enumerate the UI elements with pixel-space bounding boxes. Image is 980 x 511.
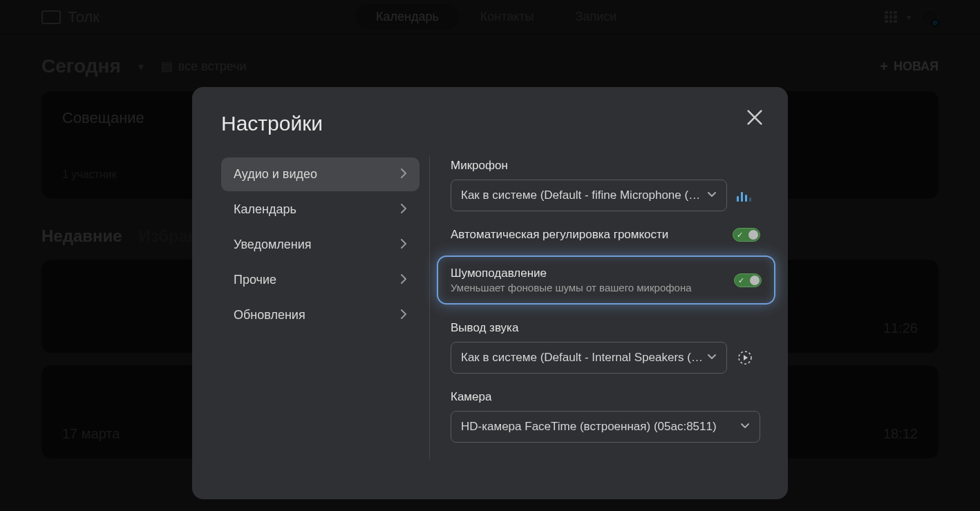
- toggle-knob: [750, 276, 760, 285]
- agc-label: Автоматическая регулировка громкости: [451, 228, 668, 242]
- agc-toggle[interactable]: ✓: [733, 228, 760, 242]
- noise-suppression-highlight: Шумоподавление Уменьшает фоновые шумы от…: [437, 256, 775, 305]
- settings-nav-calendar[interactable]: Календарь: [221, 193, 420, 226]
- output-value: Как в системе (Default - Internal Speake…: [461, 351, 703, 365]
- microphone-select[interactable]: Как в системе (Default - fifine Micropho…: [451, 180, 727, 211]
- settings-nav-label: Аудио и видео: [234, 167, 317, 182]
- close-icon: [744, 106, 766, 128]
- output-select[interactable]: Как в системе (Default - Internal Speake…: [451, 342, 727, 374]
- agc-row: Автоматическая регулировка громкости ✓: [451, 228, 760, 242]
- modal-overlay: Настройки Аудио и видео Календарь Уведом…: [0, 0, 980, 511]
- noise-suppression-desc: Уменьшает фоновые шумы от вашего микрофо…: [451, 282, 692, 293]
- settings-content: Микрофон Как в системе (Default - fifine…: [451, 156, 792, 459]
- mic-level-indicator: [737, 189, 751, 202]
- modal-title: Настройки: [221, 112, 759, 135]
- check-icon: ✓: [737, 231, 743, 239]
- output-label: Вывод звука: [451, 321, 789, 335]
- settings-nav-label: Обновления: [234, 308, 305, 322]
- noise-suppression-row: Шумоподавление Уменьшает фоновые шумы от…: [451, 267, 762, 293]
- modal-body: Аудио и видео Календарь Уведомления Проч…: [221, 156, 759, 459]
- settings-nav-label: Календарь: [234, 202, 296, 217]
- settings-nav: Аудио и видео Календарь Уведомления Проч…: [221, 156, 430, 459]
- toggle-knob: [748, 230, 758, 240]
- chevron-right-icon: [400, 202, 407, 217]
- chevron-right-icon: [400, 167, 407, 182]
- test-sound-button[interactable]: [737, 349, 753, 366]
- settings-nav-notifications[interactable]: Уведомления: [221, 228, 420, 262]
- output-row: Как в системе (Default - Internal Speake…: [451, 342, 789, 374]
- noise-suppression-title: Шумоподавление: [451, 267, 692, 280]
- chevron-down-icon: [740, 420, 750, 434]
- play-circle-icon: [737, 349, 753, 366]
- settings-nav-updates[interactable]: Обновления: [221, 298, 420, 332]
- check-icon: ✓: [738, 276, 744, 284]
- camera-select[interactable]: HD-камера FaceTime (встроенная) (05ac:85…: [451, 411, 760, 443]
- microphone-row: Как в системе (Default - fifine Micropho…: [451, 180, 789, 211]
- noise-suppression-toggle[interactable]: ✓: [734, 273, 762, 287]
- microphone-label: Микрофон: [451, 159, 789, 173]
- camera-row: HD-камера FaceTime (встроенная) (05ac:85…: [451, 411, 789, 443]
- settings-nav-label: Прочие: [234, 273, 276, 287]
- chevron-down-icon: [707, 351, 717, 365]
- microphone-value: Как в системе (Default - fifine Micropho…: [461, 189, 700, 202]
- settings-nav-other[interactable]: Прочие: [221, 263, 420, 297]
- settings-nav-label: Уведомления: [234, 238, 312, 252]
- chevron-right-icon: [400, 238, 407, 252]
- close-button[interactable]: [744, 106, 766, 128]
- settings-modal: Настройки Аудио и видео Календарь Уведом…: [192, 87, 788, 499]
- camera-value: HD-камера FaceTime (встроенная) (05ac:85…: [461, 420, 717, 434]
- camera-label: Камера: [451, 390, 789, 404]
- chevron-right-icon: [400, 273, 407, 287]
- chevron-down-icon: [707, 189, 717, 202]
- chevron-right-icon: [400, 308, 407, 322]
- settings-nav-audio-video[interactable]: Аудио и видео: [221, 157, 420, 191]
